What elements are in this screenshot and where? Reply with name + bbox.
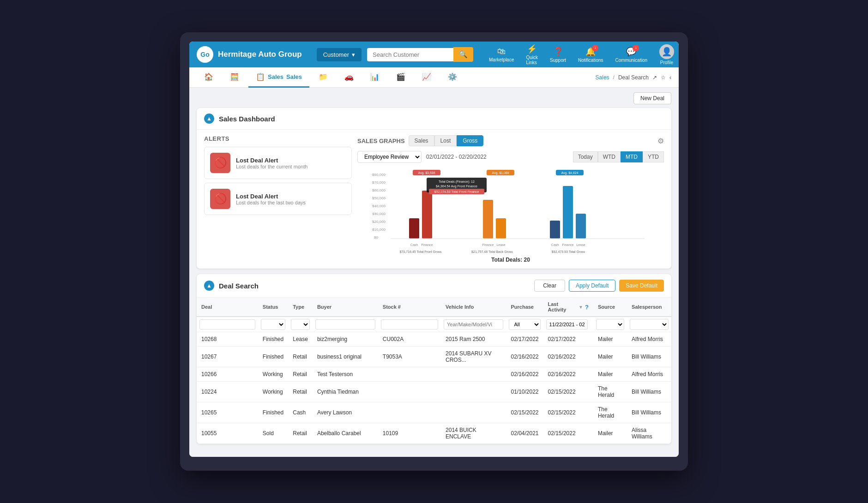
table-row[interactable]: 10266WorkingRetailTest Testerson02/16/20… bbox=[197, 367, 671, 382]
alert-item-2[interactable]: 🚫 Lost Deal Alert Lost deals for the las… bbox=[204, 183, 352, 215]
search-button[interactable]: 🔍 bbox=[453, 47, 473, 62]
nav-communication[interactable]: 💬1 Communication bbox=[611, 45, 652, 65]
main-content: New Deal ▲ Sales Dashboard Alerts 🚫 L bbox=[189, 88, 679, 457]
tab-metrics[interactable]: 📊 bbox=[363, 67, 387, 88]
save-default-button[interactable]: Save Default bbox=[619, 280, 664, 292]
graph-tab-gross[interactable]: Gross bbox=[457, 135, 483, 146]
svg-text:Avg. $1,088: Avg. $1,088 bbox=[492, 171, 509, 175]
filter-source bbox=[593, 317, 627, 332]
collapse-sales-dashboard[interactable]: ▲ bbox=[204, 114, 214, 124]
cell-status: Finished bbox=[258, 332, 288, 347]
star-icon[interactable]: ☆ bbox=[661, 74, 666, 81]
employee-review-select[interactable]: Employee Review bbox=[357, 151, 422, 163]
nav-support[interactable]: ❓ Support bbox=[545, 45, 571, 65]
tab-calculator[interactable]: 🧮 bbox=[223, 67, 247, 88]
table-row[interactable]: 10268FinishedLeasebiz2mergingCU002A2015 … bbox=[197, 332, 671, 347]
filter-buyer-input[interactable] bbox=[315, 319, 375, 329]
cell-type: Lease bbox=[288, 332, 313, 347]
nav-profile[interactable]: 👤 Profile bbox=[655, 42, 679, 67]
filter-activity-input[interactable] bbox=[546, 319, 588, 329]
cell-deal: 10266 bbox=[197, 367, 258, 382]
dashboard-content: Alerts 🚫 Lost Deal Alert Lost deals for … bbox=[197, 130, 671, 269]
cell-source: The Herald bbox=[593, 382, 627, 402]
table-row[interactable]: 10224WorkingRetailCynthia Tiedman01/10/2… bbox=[197, 382, 671, 402]
tab-sales[interactable]: 📋 SalesSales bbox=[248, 67, 309, 88]
chevron-left-icon[interactable]: ‹ bbox=[669, 74, 671, 81]
cell-stock: 10109 bbox=[378, 423, 441, 444]
svg-rect-23 bbox=[483, 200, 493, 239]
cell-purchase: 01/10/2022 bbox=[506, 382, 543, 402]
video-icon: 🎬 bbox=[396, 72, 405, 81]
time-tab-ytd[interactable]: YTD bbox=[643, 151, 664, 162]
date-range: 02/01/2022 - 02/20/2022 bbox=[426, 154, 487, 160]
time-period-tabs: Today WTD MTD YTD bbox=[573, 151, 664, 162]
tab-chart[interactable]: 📈 bbox=[415, 67, 439, 88]
logo-icon: Go bbox=[197, 46, 213, 63]
svg-text:$0: $0 bbox=[374, 235, 378, 240]
share-icon[interactable]: ↗ bbox=[652, 74, 657, 81]
nav-notifications[interactable]: 🔔1 Notifications bbox=[573, 45, 608, 65]
filter-purchase-select[interactable]: All bbox=[509, 319, 540, 330]
folder-icon: 📁 bbox=[319, 72, 328, 81]
time-tab-wtd[interactable]: WTD bbox=[598, 151, 621, 162]
customer-dropdown[interactable]: Customer ▾ bbox=[317, 48, 362, 61]
collapse-deal-search[interactable]: ▲ bbox=[204, 281, 214, 291]
table-row[interactable]: 10055SoldRetailAbelballo Carabel10109201… bbox=[197, 423, 671, 444]
cell-status: Working bbox=[258, 382, 288, 402]
tab-car[interactable]: 🚗 bbox=[337, 67, 361, 88]
cell-buyer: Cynthia Tiedman bbox=[313, 382, 378, 402]
alert-title-2: Lost Deal Alert bbox=[236, 193, 306, 200]
communication-icon: 💬1 bbox=[626, 47, 636, 57]
deal-search-header: ▲ Deal Search Clear Apply Default Save D… bbox=[197, 274, 671, 298]
nav-marketplace[interactable]: 🛍 Marketplace bbox=[484, 45, 518, 64]
graph-settings-icon[interactable]: ⚙ bbox=[657, 137, 664, 145]
top-navigation: Go Hermitage Auto Group Customer ▾ 🔍 🛍 M… bbox=[189, 42, 679, 67]
tab-video[interactable]: 🎬 bbox=[389, 67, 413, 88]
filter-vehicle-input[interactable] bbox=[444, 319, 503, 329]
cell-vehicle bbox=[441, 402, 506, 423]
search-input[interactable] bbox=[367, 48, 453, 61]
clear-button[interactable]: Clear bbox=[534, 280, 565, 292]
cell-type: Retail bbox=[288, 367, 313, 382]
svg-text:$21,757.48 Total Back Gross: $21,757.48 Total Back Gross bbox=[471, 250, 513, 253]
sales-dashboard-header: ▲ Sales Dashboard bbox=[197, 108, 671, 130]
filter-salesperson-select[interactable] bbox=[630, 319, 669, 330]
svg-text:Cash: Cash bbox=[410, 243, 418, 246]
cell-last_activity: 02/17/2022 bbox=[543, 332, 593, 347]
time-tab-mtd[interactable]: MTD bbox=[621, 151, 643, 162]
secondary-navigation: 🏠 🧮 📋 SalesSales 📁 🚗 📊 🎬 📈 bbox=[189, 67, 679, 88]
chart-icon: 📈 bbox=[422, 72, 431, 81]
filter-buyer bbox=[313, 317, 378, 332]
cell-purchase: 02/17/2022 bbox=[506, 332, 543, 347]
last-activity-help-icon[interactable]: ? bbox=[585, 304, 589, 311]
filter-status-select[interactable] bbox=[261, 319, 285, 330]
cell-buyer: Avery Lawson bbox=[313, 402, 378, 423]
filter-source-select[interactable] bbox=[596, 319, 624, 330]
new-deal-button[interactable]: New Deal bbox=[633, 92, 671, 104]
cell-buyer: business1 original bbox=[313, 347, 378, 367]
nav-quick-links[interactable]: ⚡ Quick Links bbox=[521, 42, 542, 67]
filter-deal-input[interactable] bbox=[199, 319, 255, 329]
last-activity-sort-icon[interactable]: ▼ bbox=[579, 305, 583, 310]
screen: Go Hermitage Auto Group Customer ▾ 🔍 🛍 M… bbox=[189, 42, 679, 457]
apply-default-button[interactable]: Apply Default bbox=[569, 280, 615, 292]
table-row[interactable]: 10267FinishedRetailbusiness1 originalT90… bbox=[197, 347, 671, 367]
svg-text:$60,000: $60,000 bbox=[372, 188, 386, 192]
tab-settings[interactable]: ⚙️ bbox=[440, 67, 464, 88]
tab-folder[interactable]: 📁 bbox=[311, 67, 335, 88]
col-source: Source bbox=[593, 298, 627, 317]
svg-rect-34 bbox=[576, 214, 586, 239]
metrics-icon: 📊 bbox=[370, 72, 380, 81]
tab-home[interactable]: 🏠 bbox=[197, 67, 221, 88]
filter-stock-input[interactable] bbox=[381, 319, 438, 329]
filter-type-select[interactable] bbox=[291, 319, 310, 330]
breadcrumb-parent[interactable]: Sales bbox=[596, 74, 609, 81]
graph-tab-sales[interactable]: Sales bbox=[409, 135, 434, 146]
col-type: Type bbox=[288, 298, 313, 317]
alert-item-1[interactable]: 🚫 Lost Deal Alert Lost deals for the cur… bbox=[204, 147, 352, 179]
time-tab-today[interactable]: Today bbox=[573, 151, 598, 162]
svg-text:$10,000: $10,000 bbox=[372, 228, 386, 232]
table-row[interactable]: 10265FinishedCashAvery Lawson02/15/20220… bbox=[197, 402, 671, 423]
graph-tab-lost[interactable]: Lost bbox=[434, 135, 457, 146]
notifications-icon: 🔔1 bbox=[585, 47, 596, 57]
